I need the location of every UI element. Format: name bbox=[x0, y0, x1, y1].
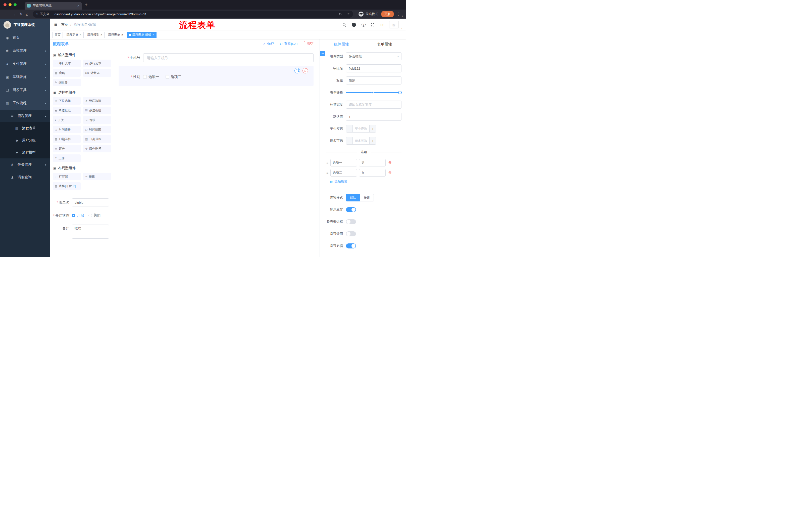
tag-process-form-edit[interactable]: 流程表单-编辑 × bbox=[127, 32, 156, 38]
option-value-input[interactable] bbox=[359, 159, 386, 166]
option-value-input[interactable] bbox=[359, 169, 386, 177]
minimize-window-button[interactable] bbox=[8, 3, 11, 6]
decrease-button[interactable]: − bbox=[346, 137, 353, 144]
increase-button[interactable]: + bbox=[369, 125, 376, 132]
slider-handle[interactable] bbox=[398, 91, 402, 94]
chrome-update-button[interactable]: 更新 bbox=[381, 11, 394, 17]
palette-item-row-container[interactable]: ▢行容器 bbox=[53, 173, 81, 180]
link-icon[interactable]: ∞ bbox=[320, 51, 325, 56]
palette-item-upload[interactable]: ↥上传 bbox=[53, 154, 81, 162]
github-icon[interactable] bbox=[352, 23, 356, 27]
sidebar-item-payment[interactable]: ¥ 支付管理 ▾ bbox=[0, 57, 50, 71]
sidebar-item-task-mgmt[interactable]: ⋔ 任务管理 ▾ bbox=[0, 158, 50, 171]
title-input[interactable] bbox=[346, 77, 402, 84]
tab-form-props[interactable]: 表单属性 bbox=[363, 39, 406, 49]
delete-component-button[interactable] bbox=[302, 68, 308, 74]
sidebar-item-process-form[interactable]: ▤ 流程表单 bbox=[0, 122, 50, 134]
sidebar-item-user-group[interactable]: ☻ 用户分组 bbox=[0, 134, 50, 146]
copy-component-button[interactable] bbox=[294, 68, 300, 74]
palette-item-cascader[interactable]: ⋔级联选择 bbox=[83, 97, 111, 105]
new-tab-button[interactable]: + bbox=[85, 2, 88, 7]
drag-handle-icon[interactable]: ≡ bbox=[326, 161, 328, 165]
zoom-window-button[interactable] bbox=[13, 3, 17, 6]
disabled-toggle[interactable] bbox=[346, 231, 356, 236]
gender-option-2[interactable]: 选项二 bbox=[166, 75, 181, 79]
max-select-placeholder[interactable]: 最多可选 bbox=[353, 137, 369, 144]
palette-item-table[interactable]: ▦表格[开发中] bbox=[53, 182, 81, 190]
label-width-input[interactable] bbox=[346, 101, 402, 109]
phone-input[interactable] bbox=[143, 53, 314, 62]
remark-textarea[interactable]: 嘿嘿 bbox=[72, 224, 109, 239]
palette-item-button[interactable]: ▱按钮 bbox=[83, 173, 111, 180]
remove-option-icon[interactable]: ⊖ bbox=[388, 171, 392, 175]
fullscreen-icon[interactable] bbox=[371, 23, 374, 26]
close-window-button[interactable] bbox=[3, 3, 6, 6]
tab-close-icon[interactable]: × bbox=[77, 4, 79, 7]
palette-item-multi-text[interactable]: ▤多行文本 bbox=[83, 60, 111, 67]
style-default-button[interactable]: 默认 bbox=[346, 194, 360, 201]
help-icon[interactable]: ? bbox=[361, 23, 366, 27]
url-text[interactable]: dashboard.yudao.iocoder.cn/bpm/manager/f… bbox=[55, 12, 340, 16]
tab-component-props[interactable]: 组件属性 bbox=[320, 39, 363, 49]
border-toggle[interactable] bbox=[346, 219, 356, 224]
sidebar-item-system[interactable]: ✱ 系统管理 ▾ bbox=[0, 44, 50, 57]
increase-button[interactable]: + bbox=[369, 137, 376, 144]
sidebar-item-home[interactable]: ◉ 首页 bbox=[0, 31, 50, 44]
properties-body[interactable]: 组件类型 多选框组 ▾ 字段名 标题 bbox=[320, 49, 406, 257]
style-button-button[interactable]: 按钮 bbox=[360, 194, 374, 201]
form-name-input[interactable] bbox=[72, 198, 109, 207]
phone-field-row[interactable]: *手机号 bbox=[119, 53, 314, 62]
sidebar-item-leave-query[interactable]: ♟ 请假查询 bbox=[0, 171, 50, 184]
sidebar-item-workflow[interactable]: ▦ 工作流程 ▴ bbox=[0, 97, 50, 110]
palette-item-color-picker[interactable]: ☸颜色选择 bbox=[83, 145, 111, 153]
bookmark-star-icon[interactable]: ☆ bbox=[347, 12, 350, 16]
palette-item-date-range[interactable]: ▥日期范围 bbox=[83, 135, 111, 143]
status-off-radio[interactable]: 关闭 bbox=[88, 213, 100, 218]
field-name-input[interactable] bbox=[346, 64, 402, 73]
tag-home[interactable]: 首页 bbox=[52, 32, 63, 38]
sidebar-item-infra[interactable]: ▣ 基础设施 ▾ bbox=[0, 71, 50, 83]
gender-option-1[interactable]: 选项一 bbox=[143, 75, 159, 79]
forward-icon[interactable]: → bbox=[12, 12, 16, 16]
gender-field-selected[interactable]: *性别 选项一 选项二 bbox=[119, 66, 314, 86]
sidebar-item-process-mgmt[interactable]: ≣ 流程管理 ▴ bbox=[0, 110, 50, 122]
tag-process-form[interactable]: 流程表单 × bbox=[106, 32, 125, 38]
back-icon[interactable]: ← bbox=[5, 12, 8, 16]
required-toggle[interactable] bbox=[346, 243, 356, 248]
url-input[interactable]: ⚠ 不安全 dashboard.yudao.iocoder.cn/bpm/man… bbox=[33, 10, 353, 18]
palette-item-editor[interactable]: ✎编辑器 bbox=[53, 79, 81, 86]
font-size-icon[interactable]: TT bbox=[380, 23, 384, 27]
browser-tab[interactable]: 芋道管理系统 × bbox=[25, 2, 82, 9]
save-button[interactable]: ✓ 保存 bbox=[263, 42, 274, 46]
default-value-input[interactable] bbox=[346, 113, 402, 121]
decrease-button[interactable]: − bbox=[346, 125, 353, 132]
avatar-caret-icon[interactable]: ▾ bbox=[401, 27, 403, 29]
tag-close-icon[interactable]: × bbox=[100, 33, 102, 37]
chrome-caret-icon[interactable]: ▾ bbox=[402, 15, 403, 17]
search-icon[interactable] bbox=[343, 23, 346, 27]
tag-close-icon[interactable]: × bbox=[152, 33, 154, 37]
palette-item-single-text[interactable]: ▭单行文本 bbox=[53, 60, 81, 67]
security-label[interactable]: 不安全 bbox=[40, 12, 49, 16]
palette-item-dropdown[interactable]: ◎下拉选择 bbox=[53, 97, 81, 105]
status-on-radio[interactable]: 开启 bbox=[72, 213, 84, 218]
home-nav-icon[interactable]: ⌂ bbox=[26, 12, 28, 16]
form-canvas[interactable]: *手机号 *性别 选项一 选项二 bbox=[115, 48, 320, 257]
view-json-button[interactable]: ⊙ 查看json bbox=[280, 42, 297, 46]
breadcrumb-home[interactable]: 首页 bbox=[61, 22, 68, 27]
palette-item-time-range[interactable]: ◶时间范围 bbox=[83, 126, 111, 133]
palette-item-time-picker[interactable]: ◷时间选择 bbox=[53, 126, 81, 133]
tag-process-model[interactable]: 流程模型 × bbox=[85, 32, 105, 38]
tag-process-definition[interactable]: 流程定义 × bbox=[64, 32, 84, 38]
grid-slider[interactable] bbox=[346, 88, 402, 97]
drag-handle-icon[interactable]: ≡ bbox=[326, 171, 328, 175]
clear-button[interactable]: 清空 bbox=[303, 42, 314, 46]
component-type-select[interactable]: 多选框组 ▾ bbox=[346, 52, 402, 60]
password-key-icon[interactable] bbox=[339, 13, 343, 15]
chrome-menu-icon[interactable]: ⋮ bbox=[397, 12, 400, 16]
hamburger-icon[interactable]: ≡ bbox=[54, 22, 57, 27]
sidebar-logo[interactable]: 芋道管理系统 bbox=[0, 19, 50, 31]
palette-item-radio-group[interactable]: ◉单选框组 bbox=[53, 107, 81, 114]
palette-item-rate[interactable]: ☆评分 bbox=[53, 145, 81, 153]
palette-scroll-area[interactable]: ▣ 输入型组件 ▭单行文本 ▤多行文本 ▩密码 123计数器 ✎编辑器 ▣ 选择… bbox=[50, 49, 115, 257]
